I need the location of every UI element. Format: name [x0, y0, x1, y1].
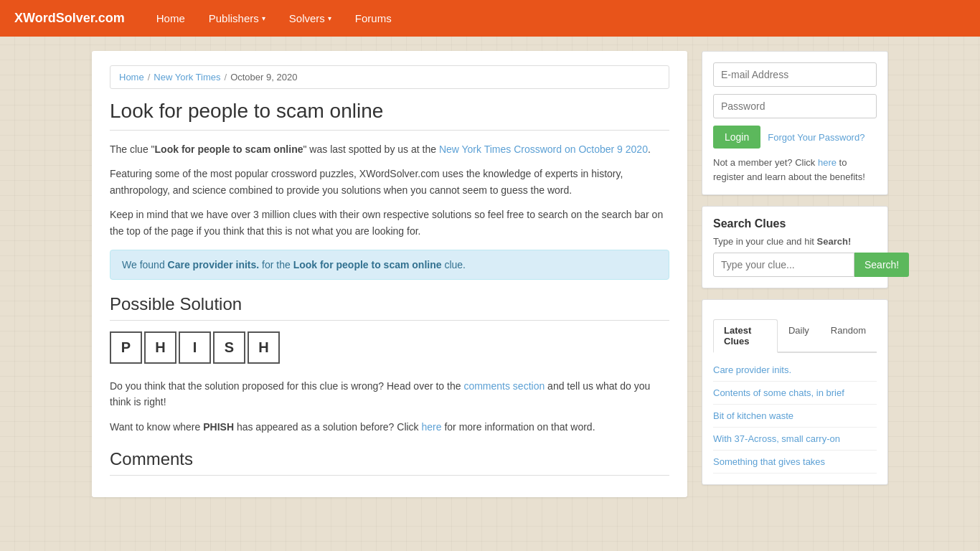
clue-search-input[interactable]	[713, 253, 854, 277]
breadcrumb-publisher[interactable]: New York Times	[154, 72, 220, 83]
nav-links: Home Publishers ▾ Solvers ▾ Forums	[146, 6, 402, 30]
login-button[interactable]: Login	[713, 126, 760, 149]
letter-box-2: I	[179, 331, 211, 364]
list-item: Contents of some chats, in brief	[713, 382, 877, 405]
list-item: Bit of kitchen waste	[713, 405, 877, 428]
login-card: Login Forgot Your Password? Not a member…	[702, 51, 888, 195]
clue-name-bold: Look for people to scam online	[155, 143, 303, 155]
password-field[interactable]	[713, 94, 877, 118]
letter-boxes: P H I S H	[110, 331, 669, 364]
search-button[interactable]: Search!	[854, 253, 909, 277]
page-wrapper: Home / New York Times / October 9, 2020 …	[81, 37, 899, 512]
search-clues-card: Search Clues Type in your clue and hit S…	[702, 206, 888, 288]
nav-publishers[interactable]: Publishers ▾	[199, 6, 275, 30]
tab-latest-clues[interactable]: Latest Clues	[713, 319, 778, 353]
tab-daily[interactable]: Daily	[778, 319, 820, 353]
email-field[interactable]	[713, 62, 877, 87]
list-item: Something that gives takes	[713, 451, 877, 474]
forgot-password-link[interactable]: Forgot Your Password?	[768, 132, 864, 143]
list-item: With 37-Across, small carry-on	[713, 428, 877, 451]
letter-box-4: H	[248, 331, 280, 364]
search-row: Search!	[713, 253, 877, 277]
nav-home[interactable]: Home	[146, 6, 195, 30]
navbar: XWordSolver.com Home Publishers ▾ Solver…	[0, 0, 980, 37]
publishers-dropdown-icon: ▾	[262, 14, 265, 22]
clue-tabs: Latest Clues Daily Random	[713, 319, 877, 353]
clue-link-3[interactable]: With 37-Across, small carry-on	[713, 428, 877, 450]
comments-link[interactable]: comments section	[463, 380, 545, 392]
solvers-dropdown-icon: ▾	[328, 14, 331, 22]
intro-paragraph: The clue "Look for people to scam online…	[110, 141, 669, 157]
clue-link-0[interactable]: Care provider inits.	[713, 359, 877, 381]
register-link[interactable]: here	[818, 157, 837, 168]
phish-word: PHISH	[203, 421, 234, 433]
body-paragraph-3: Keep in mind that we have over 3 million…	[110, 207, 669, 239]
letter-box-1: H	[144, 331, 176, 364]
body-paragraph-2: Featuring some of the most popular cross…	[110, 166, 669, 198]
brand-logo[interactable]: XWordSolver.com	[14, 11, 125, 26]
nav-forums[interactable]: Forums	[345, 6, 402, 30]
tab-random[interactable]: Random	[820, 319, 877, 353]
clue-name-infobox: Look for people to scam online	[293, 259, 442, 270]
list-item: Care provider inits.	[713, 359, 877, 382]
breadcrumb-date: October 9, 2020	[230, 72, 297, 83]
sidebar: Login Forgot Your Password? Not a member…	[702, 51, 888, 497]
letter-box-3: S	[213, 331, 245, 364]
breadcrumb-home[interactable]: Home	[119, 72, 144, 83]
breadcrumb: Home / New York Times / October 9, 2020	[110, 65, 669, 89]
breadcrumb-sep2: /	[225, 72, 227, 83]
search-clues-title: Search Clues	[713, 217, 877, 230]
letter-box-0: P	[110, 331, 142, 364]
publisher-link[interactable]: New York Times Crossword on October 9 20…	[439, 143, 648, 155]
register-text: Not a member yet? Click here to register…	[713, 156, 877, 184]
phish-paragraph: Want to know where PHISH has appeared as…	[110, 419, 669, 435]
clue-link-4[interactable]: Something that gives takes	[713, 451, 877, 473]
nav-solvers[interactable]: Solvers ▾	[279, 6, 341, 30]
clue-list: Care provider inits. Contents of some ch…	[713, 359, 877, 474]
breadcrumb-sep1: /	[148, 72, 151, 83]
info-box: We found Care provider inits. for the Lo…	[110, 250, 669, 280]
main-content: Home / New York Times / October 9, 2020 …	[92, 51, 687, 497]
page-title: Look for people to scam online	[110, 100, 669, 131]
phish-here-link[interactable]: here	[422, 421, 442, 433]
wrong-solution-paragraph: Do you think that the solution proposed …	[110, 378, 669, 410]
latest-clues-card: Latest Clues Daily Random Care provider …	[702, 299, 888, 485]
clue-link-2[interactable]: Bit of kitchen waste	[713, 405, 877, 427]
search-hint: Type in your clue and hit Search!	[713, 236, 877, 247]
possible-solution-heading: Possible Solution	[110, 294, 669, 321]
solution-count-link[interactable]: Care provider inits.	[168, 259, 260, 270]
clue-link-1[interactable]: Contents of some chats, in brief	[713, 382, 877, 404]
comments-heading: Comments	[110, 449, 669, 476]
